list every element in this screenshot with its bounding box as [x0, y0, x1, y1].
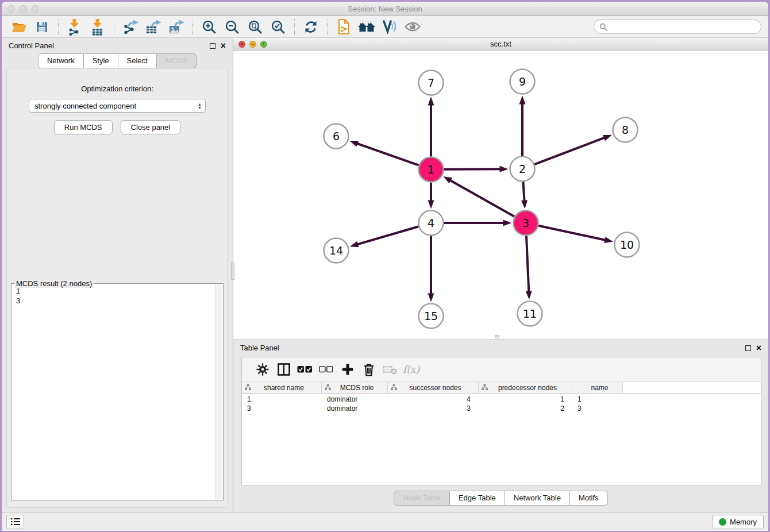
table-cell[interactable]: 2	[479, 404, 572, 413]
select-all-columns-icon[interactable]	[294, 360, 315, 379]
zoom-fit-icon[interactable]	[245, 18, 265, 36]
close-panel-button[interactable]: Close panel	[121, 120, 181, 134]
graph-edge-arrowhead	[428, 97, 434, 106]
network-canvas[interactable]: 7968124314101511	[233, 51, 768, 340]
search-input[interactable]	[610, 22, 761, 31]
graph-edge-arrowhead	[499, 166, 508, 172]
column-header-successor-nodes[interactable]: successor nodes	[388, 382, 479, 393]
network-close-button[interactable]: ×	[238, 41, 245, 48]
tab-edge-table[interactable]: Edge Table	[450, 491, 505, 506]
app-window: Session: New Session	[2, 2, 768, 531]
graph-node-label: 8	[622, 124, 629, 136]
export-network-icon[interactable]	[121, 18, 140, 36]
memory-button[interactable]: Memory	[712, 515, 764, 529]
graph-edge[interactable]	[449, 180, 515, 217]
table-cell[interactable]: 3	[388, 404, 479, 413]
graph-edge[interactable]	[523, 182, 524, 202]
tab-motifs[interactable]: Motifs	[570, 491, 608, 506]
zoom-in-icon[interactable]	[199, 18, 219, 36]
graph-edge[interactable]	[356, 226, 418, 245]
export-image-icon[interactable]	[167, 18, 186, 36]
table-cell[interactable]: 1	[242, 395, 322, 403]
close-table-panel-icon[interactable]: ×	[756, 345, 761, 351]
tab-style[interactable]: Style	[84, 53, 118, 68]
network-frame-titlebar[interactable]: × − + scc.txt	[233, 38, 768, 51]
tab-network[interactable]: Network	[38, 53, 84, 68]
graph-node-label: 14	[329, 244, 343, 257]
graph-edge[interactable]	[526, 236, 529, 292]
mcds-result-group: MCDS result (2 nodes) 1 3	[11, 283, 224, 500]
network-from-selection-icon[interactable]	[334, 18, 353, 36]
panel-divider-grip[interactable]	[231, 263, 234, 280]
graph-node-label: 9	[519, 75, 526, 88]
toolbar-separator	[58, 19, 59, 35]
toggle-visibility-icon[interactable]	[403, 18, 422, 36]
network-maximize-button[interactable]: +	[260, 41, 267, 48]
zoom-out-icon[interactable]	[222, 18, 242, 36]
criterion-select[interactable]: strongly connected component ▲▼	[29, 99, 206, 113]
delete-row-icon[interactable]	[358, 360, 379, 379]
export-table-icon[interactable]	[144, 18, 163, 36]
task-history-button[interactable]	[6, 515, 24, 529]
function-builder-icon[interactable]: f(x)	[401, 360, 422, 379]
graph-node-label: 3	[522, 217, 529, 229]
float-panel-icon[interactable]	[210, 43, 215, 49]
table-row[interactable]: 1dominator411	[242, 395, 761, 404]
minimize-window-button[interactable]	[20, 5, 27, 13]
mcds-result-title: MCDS result (2 nodes)	[14, 279, 94, 288]
tab-network-table[interactable]: Network Table	[505, 491, 570, 506]
search-icon	[599, 23, 607, 31]
result-scrollbar[interactable]	[215, 284, 222, 499]
close-panel-icon[interactable]: ×	[221, 43, 226, 49]
table-cell[interactable]: 1	[572, 395, 623, 403]
delete-table-icon[interactable]	[379, 360, 401, 379]
graph-edge-arrowhead	[350, 241, 359, 248]
run-mcds-button[interactable]: Run MCDS	[54, 120, 113, 134]
column-header-predecessor-nodes[interactable]: predecessor nodes	[479, 382, 572, 393]
add-row-icon[interactable]	[337, 360, 358, 379]
zoom-selected-icon[interactable]	[268, 18, 288, 36]
splitter-grip[interactable]	[495, 335, 499, 338]
column-header-name[interactable]: name	[572, 382, 623, 393]
table-cell[interactable]: 1	[479, 395, 572, 403]
settings-icon[interactable]	[252, 360, 273, 379]
open-session-icon[interactable]	[9, 18, 29, 36]
graph-edge[interactable]	[356, 143, 418, 165]
tab-mcds[interactable]: MCDS	[157, 53, 197, 68]
table-cell[interactable]: 4	[388, 395, 479, 403]
table-tabs: Node TableEdge TableNetwork TableMotifs	[233, 491, 768, 506]
toolbar-separator	[192, 19, 193, 35]
zoom-window-button[interactable]	[32, 5, 39, 13]
tab-node-table[interactable]: Node Table	[394, 491, 450, 506]
deselect-all-columns-icon[interactable]	[315, 360, 337, 379]
graph-edge-arrowhead	[443, 176, 452, 183]
graph-edge-arrowhead	[519, 96, 526, 105]
import-table-icon[interactable]	[88, 18, 107, 36]
network-minimize-button[interactable]: −	[249, 41, 256, 48]
table-cell[interactable]: 3	[242, 404, 322, 413]
import-network-icon[interactable]	[65, 18, 84, 36]
table-row[interactable]: 3dominator323	[242, 404, 761, 413]
graph-edge-arrowhead	[604, 237, 613, 243]
graph-node-label: 6	[333, 130, 340, 142]
table-cell[interactable]: dominator	[322, 395, 388, 403]
toggle-column-view-icon[interactable]	[273, 360, 294, 379]
home-icon[interactable]	[357, 18, 376, 36]
float-table-panel-icon[interactable]	[745, 345, 751, 351]
graph-node-label: 15	[424, 310, 438, 322]
refresh-layout-icon[interactable]	[301, 18, 321, 36]
toolbar-separator	[114, 19, 114, 35]
search-field[interactable]	[594, 20, 761, 34]
table-cell[interactable]: 3	[572, 404, 623, 413]
save-session-icon[interactable]	[32, 18, 52, 36]
tab-select[interactable]: Select	[118, 53, 157, 68]
column-header-MCDS-role[interactable]: MCDS role	[322, 382, 388, 393]
column-header-shared-name[interactable]: shared name	[242, 382, 322, 393]
table-header-row: shared nameMCDS rolesuccessor nodesprede…	[242, 382, 761, 394]
table-cell[interactable]: dominator	[322, 404, 388, 413]
graph-edge[interactable]	[444, 169, 501, 169]
close-window-button[interactable]	[7, 5, 15, 13]
graph-edge[interactable]	[538, 226, 606, 241]
graph-edge[interactable]	[534, 137, 606, 164]
vizmapper-icon[interactable]	[380, 18, 399, 36]
